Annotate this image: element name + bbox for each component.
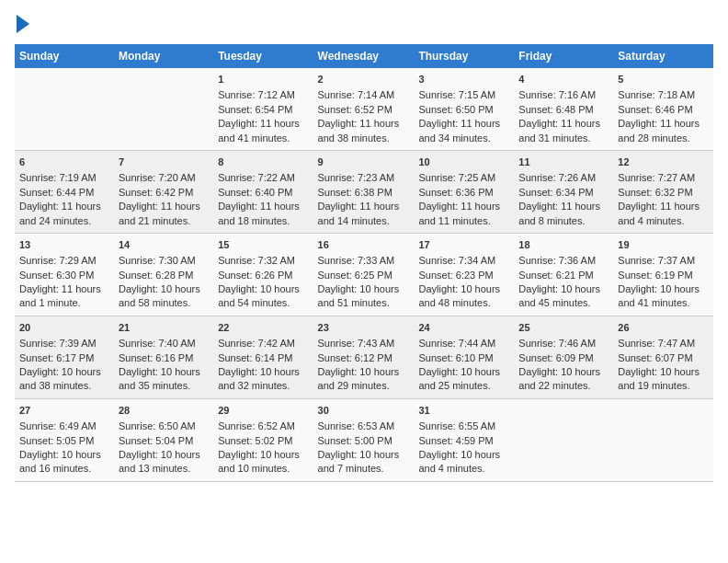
day-number: 29 <box>218 404 308 418</box>
calendar-cell: 13Sunrise: 7:29 AM Sunset: 6:30 PM Dayli… <box>15 233 114 316</box>
day-info: Sunrise: 6:53 AM Sunset: 5:00 PM Dayligh… <box>318 419 410 477</box>
day-number: 3 <box>418 73 509 86</box>
day-number: 20 <box>19 321 109 335</box>
calendar-cell: 9Sunrise: 7:23 AM Sunset: 6:38 PM Daylig… <box>313 150 415 233</box>
column-header-friday: Friday <box>514 44 613 68</box>
calendar-week-4: 20Sunrise: 7:39 AM Sunset: 6:17 PM Dayli… <box>15 316 713 398</box>
day-info: Sunrise: 7:16 AM Sunset: 6:48 PM Dayligh… <box>518 88 609 145</box>
calendar-week-5: 27Sunrise: 6:49 AM Sunset: 5:05 PM Dayli… <box>15 398 713 481</box>
calendar-cell: 23Sunrise: 7:43 AM Sunset: 6:12 PM Dayli… <box>313 316 415 398</box>
calendar-cell: 20Sunrise: 7:39 AM Sunset: 6:17 PM Dayli… <box>15 316 114 398</box>
day-number: 6 <box>19 155 109 169</box>
calendar-cell: 21Sunrise: 7:40 AM Sunset: 6:16 PM Dayli… <box>114 316 213 398</box>
calendar-cell: 6Sunrise: 7:19 AM Sunset: 6:44 PM Daylig… <box>15 150 114 233</box>
calendar-cell: 18Sunrise: 7:36 AM Sunset: 6:21 PM Dayli… <box>514 233 613 316</box>
day-info: Sunrise: 7:25 AM Sunset: 6:36 PM Dayligh… <box>418 171 509 228</box>
calendar-cell: 25Sunrise: 7:46 AM Sunset: 6:09 PM Dayli… <box>514 316 613 398</box>
calendar-cell <box>114 68 213 150</box>
calendar-cell: 24Sunrise: 7:44 AM Sunset: 6:10 PM Dayli… <box>414 316 514 398</box>
calendar-cell: 5Sunrise: 7:18 AM Sunset: 6:46 PM Daylig… <box>613 68 713 150</box>
day-number: 17 <box>418 238 509 252</box>
day-info: Sunrise: 7:34 AM Sunset: 6:23 PM Dayligh… <box>418 254 509 311</box>
calendar-cell: 29Sunrise: 6:52 AM Sunset: 5:02 PM Dayli… <box>213 398 313 481</box>
day-info: Sunrise: 7:46 AM Sunset: 6:09 PM Dayligh… <box>518 337 609 394</box>
day-info: Sunrise: 7:33 AM Sunset: 6:25 PM Dayligh… <box>318 254 410 311</box>
day-info: Sunrise: 7:30 AM Sunset: 6:28 PM Dayligh… <box>119 254 209 311</box>
calendar-cell: 22Sunrise: 7:42 AM Sunset: 6:14 PM Dayli… <box>213 316 313 398</box>
day-info: Sunrise: 7:26 AM Sunset: 6:34 PM Dayligh… <box>518 171 609 228</box>
column-header-thursday: Thursday <box>414 44 514 68</box>
day-number: 1 <box>218 73 308 86</box>
day-info: Sunrise: 6:55 AM Sunset: 4:59 PM Dayligh… <box>418 419 509 477</box>
calendar-week-1: 1Sunrise: 7:12 AM Sunset: 6:54 PM Daylig… <box>15 68 713 150</box>
day-number: 28 <box>119 404 209 418</box>
calendar-cell: 1Sunrise: 7:12 AM Sunset: 6:54 PM Daylig… <box>213 68 313 150</box>
day-info: Sunrise: 7:47 AM Sunset: 6:07 PM Dayligh… <box>618 337 709 394</box>
day-number: 2 <box>318 73 410 86</box>
day-number: 15 <box>218 238 308 252</box>
day-info: Sunrise: 7:22 AM Sunset: 6:40 PM Dayligh… <box>218 171 308 228</box>
column-header-tuesday: Tuesday <box>213 44 313 68</box>
day-number: 10 <box>418 155 509 169</box>
day-number: 7 <box>119 155 209 169</box>
day-info: Sunrise: 7:39 AM Sunset: 6:17 PM Dayligh… <box>19 337 109 394</box>
logo-arrow-icon <box>17 15 29 33</box>
day-info: Sunrise: 7:20 AM Sunset: 6:42 PM Dayligh… <box>119 171 209 228</box>
day-info: Sunrise: 7:37 AM Sunset: 6:19 PM Dayligh… <box>618 254 709 311</box>
day-info: Sunrise: 6:49 AM Sunset: 5:05 PM Dayligh… <box>19 419 109 477</box>
calendar-cell: 26Sunrise: 7:47 AM Sunset: 6:07 PM Dayli… <box>613 316 713 398</box>
day-info: Sunrise: 7:23 AM Sunset: 6:38 PM Dayligh… <box>318 171 410 228</box>
calendar-cell: 28Sunrise: 6:50 AM Sunset: 5:04 PM Dayli… <box>114 398 213 481</box>
day-info: Sunrise: 7:19 AM Sunset: 6:44 PM Dayligh… <box>19 171 109 228</box>
column-header-wednesday: Wednesday <box>313 44 415 68</box>
calendar-header-row: SundayMondayTuesdayWednesdayThursdayFrid… <box>15 44 713 68</box>
day-number: 14 <box>119 238 209 252</box>
day-number: 23 <box>318 321 410 335</box>
day-number: 5 <box>618 73 709 86</box>
calendar-cell: 8Sunrise: 7:22 AM Sunset: 6:40 PM Daylig… <box>213 150 313 233</box>
page-header <box>15 15 713 33</box>
day-info: Sunrise: 7:36 AM Sunset: 6:21 PM Dayligh… <box>518 254 609 311</box>
calendar-cell: 31Sunrise: 6:55 AM Sunset: 4:59 PM Dayli… <box>414 398 514 481</box>
calendar-week-2: 6Sunrise: 7:19 AM Sunset: 6:44 PM Daylig… <box>15 150 713 233</box>
calendar-cell: 7Sunrise: 7:20 AM Sunset: 6:42 PM Daylig… <box>114 150 213 233</box>
calendar-cell: 16Sunrise: 7:33 AM Sunset: 6:25 PM Dayli… <box>313 233 415 316</box>
day-number: 4 <box>518 73 609 86</box>
day-info: Sunrise: 7:27 AM Sunset: 6:32 PM Dayligh… <box>618 171 709 228</box>
calendar-cell: 14Sunrise: 7:30 AM Sunset: 6:28 PM Dayli… <box>114 233 213 316</box>
day-info: Sunrise: 7:18 AM Sunset: 6:46 PM Dayligh… <box>618 88 709 145</box>
calendar-cell: 15Sunrise: 7:32 AM Sunset: 6:26 PM Dayli… <box>213 233 313 316</box>
calendar-cell: 3Sunrise: 7:15 AM Sunset: 6:50 PM Daylig… <box>414 68 514 150</box>
day-number: 21 <box>119 321 209 335</box>
day-number: 18 <box>518 238 609 252</box>
calendar-table: SundayMondayTuesdayWednesdayThursdayFrid… <box>15 44 713 482</box>
day-number: 13 <box>19 238 109 252</box>
day-info: Sunrise: 7:40 AM Sunset: 6:16 PM Dayligh… <box>119 337 209 394</box>
day-number: 11 <box>518 155 609 169</box>
calendar-cell: 19Sunrise: 7:37 AM Sunset: 6:19 PM Dayli… <box>613 233 713 316</box>
calendar-cell: 10Sunrise: 7:25 AM Sunset: 6:36 PM Dayli… <box>414 150 514 233</box>
day-number: 24 <box>418 321 509 335</box>
calendar-cell: 11Sunrise: 7:26 AM Sunset: 6:34 PM Dayli… <box>514 150 613 233</box>
day-number: 22 <box>218 321 308 335</box>
calendar-cell: 2Sunrise: 7:14 AM Sunset: 6:52 PM Daylig… <box>313 68 415 150</box>
calendar-cell <box>15 68 114 150</box>
calendar-cell <box>613 398 713 481</box>
day-number: 8 <box>218 155 308 169</box>
day-number: 9 <box>318 155 410 169</box>
day-number: 26 <box>618 321 709 335</box>
column-header-sunday: Sunday <box>15 44 114 68</box>
day-info: Sunrise: 6:50 AM Sunset: 5:04 PM Dayligh… <box>119 419 209 477</box>
day-info: Sunrise: 6:52 AM Sunset: 5:02 PM Dayligh… <box>218 419 308 477</box>
calendar-week-3: 13Sunrise: 7:29 AM Sunset: 6:30 PM Dayli… <box>15 233 713 316</box>
day-info: Sunrise: 7:12 AM Sunset: 6:54 PM Dayligh… <box>218 88 308 145</box>
day-number: 16 <box>318 238 410 252</box>
calendar-cell: 4Sunrise: 7:16 AM Sunset: 6:48 PM Daylig… <box>514 68 613 150</box>
day-number: 27 <box>19 404 109 418</box>
column-header-monday: Monday <box>114 44 213 68</box>
day-number: 12 <box>618 155 709 169</box>
day-number: 19 <box>618 238 709 252</box>
column-header-saturday: Saturday <box>613 44 713 68</box>
day-info: Sunrise: 7:42 AM Sunset: 6:14 PM Dayligh… <box>218 337 308 394</box>
day-info: Sunrise: 7:15 AM Sunset: 6:50 PM Dayligh… <box>418 88 509 145</box>
